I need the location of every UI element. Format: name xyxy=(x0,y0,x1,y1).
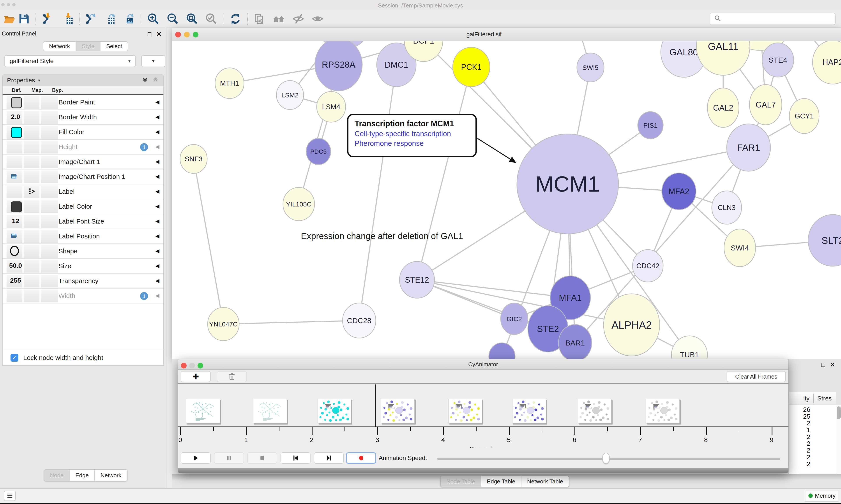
tab-node-table[interactable]: Node Table xyxy=(441,476,481,487)
property-row-width[interactable]: Widthi◀ xyxy=(3,289,163,303)
frame-thumbnail-7[interactable] xyxy=(578,399,611,424)
expand-row-icon[interactable]: ◀ xyxy=(156,248,159,254)
property-row-label-font-size[interactable]: 12Label Font Size◀ xyxy=(3,214,163,229)
zoom-fit-icon[interactable] xyxy=(185,13,199,25)
network-node-LSM4[interactable]: LSM4 xyxy=(317,91,345,122)
property-row-label-position[interactable]: Label Position◀ xyxy=(3,229,163,244)
open-session-icon[interactable] xyxy=(2,13,16,25)
maximize-icon[interactable] xyxy=(193,32,198,37)
close-icon[interactable] xyxy=(175,32,181,37)
close-panel-icon[interactable]: ✕ xyxy=(156,30,162,38)
zoom-out-icon[interactable] xyxy=(166,13,180,25)
property-row-size[interactable]: 50.0Size◀ xyxy=(3,259,163,274)
info-icon[interactable]: i xyxy=(140,143,148,151)
annotation-box[interactable]: Transcription factor MCM1 Cell-type-spec… xyxy=(347,114,477,157)
property-row-label[interactable]: Label◀ xyxy=(3,184,163,199)
network-node-SNF3[interactable]: SNF3 xyxy=(180,144,207,174)
zoom-in-icon[interactable] xyxy=(146,13,160,25)
tab-select[interactable]: Select xyxy=(101,41,128,51)
property-row-label-color[interactable]: Label Color◀ xyxy=(3,199,163,214)
export-image-icon[interactable] xyxy=(121,13,135,25)
network-node-MFA2[interactable]: MFA2 xyxy=(662,173,696,210)
frame-thumbnail-1[interactable] xyxy=(186,399,220,424)
network-node-BAR1[interactable]: BAR1 xyxy=(558,324,592,359)
minimize-icon[interactable] xyxy=(184,32,190,37)
network-node-CLN3[interactable]: CLN3 xyxy=(712,191,741,224)
network-node-FAR1[interactable]: FAR1 xyxy=(727,124,770,171)
position-icon[interactable] xyxy=(10,173,18,181)
network-node-STE4[interactable]: STE4 xyxy=(762,43,794,77)
search-field[interactable] xyxy=(710,13,836,25)
lock-size-checkbox[interactable]: ✓ xyxy=(11,354,18,362)
ellipse-shape-icon[interactable] xyxy=(9,245,20,257)
table-header-row[interactable]: ity Stres xyxy=(789,392,836,404)
style-selector[interactable]: galFiltered Style ▾ xyxy=(4,55,136,67)
duplicate-view-icon[interactable] xyxy=(252,13,266,25)
annotation-link[interactable]: Pheromone response xyxy=(355,139,469,147)
property-row-border-paint[interactable]: Border Paint◀ xyxy=(3,95,163,110)
property-row-transparency[interactable]: 255Transparency◀ xyxy=(3,274,163,289)
expand-row-icon[interactable]: ◀ xyxy=(156,188,159,194)
expand-all-icon[interactable] xyxy=(142,76,148,85)
style-tab-network[interactable]: Network xyxy=(95,470,127,481)
annotation-link[interactable]: Cell-type-specific transcription xyxy=(355,130,469,138)
table-cell-value[interactable]: 1 xyxy=(789,426,810,434)
property-row-height[interactable]: Heighti◀ xyxy=(3,140,163,155)
property-row-border-width[interactable]: 2.0Border Width◀ xyxy=(3,110,163,125)
network-node-MCM1[interactable]: MCM1 xyxy=(517,134,619,234)
style-tab-node[interactable]: Node xyxy=(44,470,70,481)
network-node-GAL2[interactable]: GAL2 xyxy=(708,88,739,127)
expand-row-icon[interactable]: ◀ xyxy=(156,99,159,105)
default-value-swatch[interactable] xyxy=(11,97,22,108)
network-node-PDC5[interactable]: PDC5 xyxy=(306,138,331,165)
default-value-swatch[interactable] xyxy=(11,127,22,138)
window-resize-bar[interactable] xyxy=(178,468,788,473)
import-network-icon[interactable] xyxy=(40,13,54,25)
table-cell-value[interactable]: 2 xyxy=(789,447,810,454)
skip-to-end-button[interactable] xyxy=(314,452,344,464)
network-node-GCY1[interactable]: GCY1 xyxy=(789,98,819,133)
expand-row-icon[interactable]: ◀ xyxy=(156,144,159,150)
table-cell-value[interactable]: 26 xyxy=(789,406,810,413)
table-cell-value[interactable]: 25 xyxy=(789,413,810,420)
expand-row-icon[interactable]: ◀ xyxy=(156,277,159,284)
export-table-icon[interactable] xyxy=(103,13,116,25)
network-node-SWI4[interactable]: SWI4 xyxy=(724,229,756,267)
network-node-STE12[interactable]: STE12 xyxy=(399,262,434,298)
delete-frame-button[interactable] xyxy=(217,371,247,382)
table-cell-value[interactable]: 2 xyxy=(789,433,810,440)
first-neighbors-icon[interactable] xyxy=(272,13,286,25)
network-canvas[interactable]: RPS28ADMC1DCP1PCK1SWI5GAL80GAL11STE4HAP2… xyxy=(172,41,841,359)
hide-graphics-icon[interactable] xyxy=(291,13,305,25)
network-node-YIL105C[interactable]: YIL105C xyxy=(283,187,315,221)
expand-row-icon[interactable]: ◀ xyxy=(156,218,159,224)
clear-all-frames-button[interactable]: Clear All Frames xyxy=(727,371,786,382)
export-network-icon[interactable] xyxy=(83,13,97,25)
discrete-mapping-icon[interactable] xyxy=(27,187,36,197)
tab-network[interactable]: Network xyxy=(43,41,76,51)
collapse-all-icon[interactable] xyxy=(152,76,159,85)
expand-row-icon[interactable]: ◀ xyxy=(156,129,159,135)
network-node-SLT2[interactable]: SLT2 xyxy=(808,215,841,266)
zoom-selected-icon[interactable] xyxy=(204,13,218,25)
property-row-image-chart-1[interactable]: Image/Chart 1◀ xyxy=(3,155,163,169)
stop-button[interactable] xyxy=(247,452,277,464)
table-scrollbar[interactable] xyxy=(836,404,841,474)
info-icon[interactable]: i xyxy=(140,292,148,300)
position-icon[interactable] xyxy=(10,232,18,240)
network-node-SWI5[interactable]: SWI5 xyxy=(577,53,604,82)
network-node-YNL047C[interactable]: YNL047C xyxy=(208,307,239,341)
minimize-icon[interactable] xyxy=(189,363,195,368)
panel-list-button[interactable] xyxy=(4,491,16,501)
network-node-RPS28A[interactable]: RPS28A xyxy=(315,41,362,91)
property-row-shape[interactable]: Shape◀ xyxy=(3,244,163,259)
network-window-titlebar[interactable]: galFiltered.sif xyxy=(172,28,841,41)
play-button[interactable] xyxy=(181,452,211,464)
style-tab-edge[interactable]: Edge xyxy=(70,470,95,481)
expand-row-icon[interactable]: ◀ xyxy=(156,263,159,269)
frame-thumbnail-4[interactable] xyxy=(381,399,415,424)
expand-row-icon[interactable]: ◀ xyxy=(156,203,159,209)
pause-button[interactable] xyxy=(214,452,244,464)
record-button[interactable] xyxy=(346,452,376,464)
network-node-GIC2[interactable]: GIC2 xyxy=(501,303,528,335)
